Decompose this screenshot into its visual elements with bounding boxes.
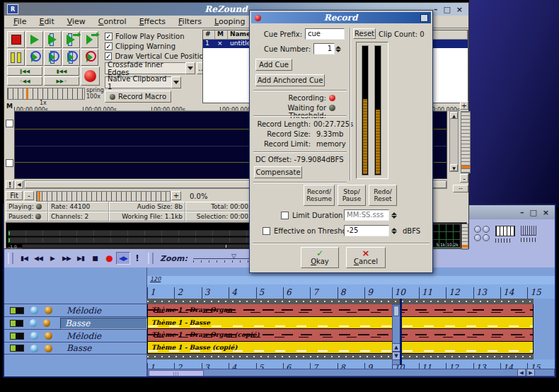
loop-selection-button[interactable] xyxy=(44,49,62,66)
minimize-icon[interactable]: – xyxy=(434,5,438,14)
scroll-left-icon[interactable]: ◀ xyxy=(517,369,526,376)
track-mute-indicator[interactable] xyxy=(10,307,24,314)
cue-prefix-input[interactable]: cue xyxy=(305,28,345,40)
track-mute-indicator[interactable] xyxy=(10,333,24,340)
vertical-zoom-slider[interactable] xyxy=(461,111,471,173)
close-icon[interactable]: × xyxy=(456,5,463,14)
toolbar-grip[interactable] xyxy=(148,253,154,264)
track-arm-led-icon[interactable] xyxy=(45,332,52,340)
app-icon[interactable]: R xyxy=(7,4,18,14)
segment[interactable]: Thème 1 - Basse xyxy=(147,317,534,330)
track-row[interactable]: Basse xyxy=(4,316,147,329)
track-record-led-icon[interactable] xyxy=(30,332,38,340)
measure-ruler-top[interactable]: 123456789101112131415 xyxy=(147,284,555,299)
checkbox-checked-icon[interactable]: ✓ xyxy=(105,42,113,50)
menu-item[interactable]: Edit xyxy=(33,17,60,26)
okay-button[interactable]: ✓ Okay xyxy=(301,247,339,268)
stop-button[interactable]: ■ xyxy=(88,252,102,265)
scroll-up-icon[interactable]: ▲ xyxy=(450,112,458,119)
track-name[interactable]: Mélodie xyxy=(62,331,105,341)
rewind-button[interactable]: ◀◀ xyxy=(31,252,45,265)
record-resume-button[interactable]: Record/Resume xyxy=(304,185,335,206)
dialog-menu-icon[interactable] xyxy=(255,15,261,21)
record-button[interactable] xyxy=(81,67,100,86)
track-row[interactable]: Mélodie xyxy=(4,304,147,316)
option-row[interactable]: ✓ Clipping Warning xyxy=(105,41,204,51)
minimize-icon[interactable]: – xyxy=(520,208,524,217)
zoom-in-button[interactable]: + xyxy=(171,191,181,200)
play-from-cursor-button[interactable] xyxy=(62,31,80,48)
measure-ruler-bottom[interactable]: 123456789101112131415 xyxy=(147,359,555,369)
limit-duration-input[interactable]: MM:SS.sss xyxy=(344,209,389,221)
toolbar-grip[interactable] xyxy=(8,253,13,264)
track-name[interactable]: Basse xyxy=(60,318,147,329)
cue-number-spinner[interactable] xyxy=(335,44,341,54)
vertical-zoom-out-button[interactable]: - xyxy=(460,174,468,183)
track-arm-led-icon[interactable] xyxy=(45,306,52,314)
record-button[interactable]: ● xyxy=(102,252,116,265)
fast-forward-button[interactable]: ▶▶ xyxy=(59,252,74,265)
threshold-checkbox[interactable] xyxy=(263,227,270,235)
channel-1-checkbox[interactable] xyxy=(6,120,13,127)
track-arm-led-icon[interactable] xyxy=(43,319,50,327)
column-header[interactable]: # xyxy=(203,30,215,40)
cue-number-input[interactable]: 1 xyxy=(313,43,335,54)
segment[interactable]: Thème 1 - Basse (copié) xyxy=(147,342,534,354)
maximize-icon[interactable]: □ xyxy=(443,5,450,14)
loop-play-button[interactable] xyxy=(25,49,43,66)
shuttle-forward-button[interactable]: ▶▶◦ xyxy=(44,76,79,86)
track-row[interactable]: Basse xyxy=(4,342,147,354)
play-selection-button[interactable] xyxy=(44,31,62,48)
waveform-vertical-scrollbar[interactable]: ▲ ▼ xyxy=(449,111,459,172)
shuttle-speed-slider[interactable] xyxy=(7,88,85,100)
scrollbar-thumb[interactable] xyxy=(393,306,399,316)
piano-keyboard-icon[interactable] xyxy=(495,226,515,243)
vertical-zoom-reset-button[interactable]: -- xyxy=(453,185,468,192)
track-row[interactable]: Mélodie xyxy=(4,329,147,342)
column-header[interactable]: M xyxy=(215,30,228,40)
track-arm-led-icon[interactable] xyxy=(45,345,52,352)
knobs-icon[interactable] xyxy=(474,226,488,240)
redo-reset-button[interactable]: Redo/Reset xyxy=(369,185,397,206)
menu-item[interactable]: Effects xyxy=(133,17,172,26)
track-name[interactable]: Basse xyxy=(62,343,96,353)
option-row[interactable]: ✓ Draw Vertical Cue Positions xyxy=(105,51,204,61)
loop-skip-button[interactable] xyxy=(81,49,98,66)
limit-duration-spinner[interactable] xyxy=(391,210,397,220)
segment[interactable]: Thème 1 - Draw Organ (copié) xyxy=(147,329,534,342)
scroll-right-icon[interactable]: ▶ xyxy=(526,369,535,376)
option-row[interactable]: ✓ Follow Play Position xyxy=(105,31,204,41)
clip-reset-button[interactable]: Reset xyxy=(353,28,376,39)
scroll-down-icon[interactable]: ▼ xyxy=(450,164,458,171)
close-icon[interactable]: × xyxy=(543,208,549,217)
cancel-button[interactable]: × Cancel xyxy=(346,247,386,268)
analyzer-gain-slider[interactable] xyxy=(461,224,468,250)
chevron-down-icon[interactable] xyxy=(171,76,181,88)
play-button[interactable]: ▶ xyxy=(45,252,59,265)
ruler-m-label[interactable]: M xyxy=(6,103,13,110)
rewind-to-beginning-button[interactable]: ▮◀ xyxy=(17,252,31,265)
compensate-button[interactable]: Compensate xyxy=(254,166,302,178)
segment-canvas[interactable]: Thème 1 - Draw Organ Thème 1 - Basse Thè… xyxy=(147,304,534,354)
segment-horizontal-scrollbar[interactable]: ||| ◀ ▶ xyxy=(147,369,555,376)
loop-gap-button[interactable] xyxy=(62,49,80,66)
add-cue-button[interactable]: Add Cue xyxy=(255,59,292,71)
track-mute-indicator[interactable] xyxy=(10,320,23,327)
threshold-spinner[interactable] xyxy=(391,226,397,236)
dialog-maximize-icon[interactable] xyxy=(420,14,428,22)
horizontal-zoom-slider[interactable] xyxy=(36,191,171,202)
audio-wave-icon[interactable] xyxy=(521,226,538,243)
menu-item[interactable]: View xyxy=(61,17,92,26)
checkbox-checked-icon[interactable]: ✓ xyxy=(105,33,113,40)
forward-to-end-button[interactable]: ▶▮ xyxy=(74,252,88,265)
track-record-led-icon[interactable] xyxy=(30,319,37,327)
loop-button[interactable]: ◀▶ xyxy=(116,252,130,265)
zoom-slider-handle[interactable]: ▽ xyxy=(231,253,236,260)
chevron-down-icon[interactable] xyxy=(185,62,195,74)
shuttle-backward-button[interactable]: ◦◀◀ xyxy=(7,76,42,86)
zoom-out-button[interactable]: - xyxy=(24,191,34,200)
play-all-button[interactable] xyxy=(25,31,43,48)
limit-duration-checkbox[interactable] xyxy=(281,212,289,219)
channel-2-checkbox[interactable] xyxy=(6,159,13,167)
vertical-zoom-in-button[interactable]: + xyxy=(460,101,468,110)
